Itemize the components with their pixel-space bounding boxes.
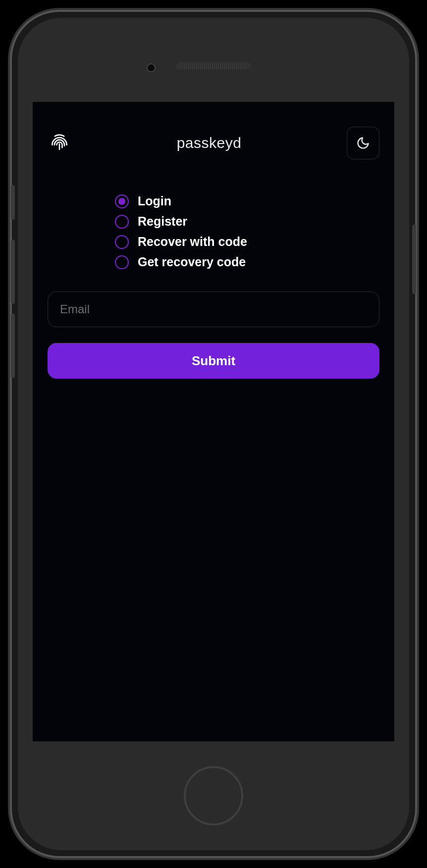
radio-indicator — [115, 194, 129, 208]
radio-option-login[interactable]: Login — [115, 194, 379, 208]
radio-label: Recover with code — [138, 235, 247, 249]
app-title: passkeyd — [177, 135, 242, 151]
radio-option-get-code[interactable]: Get recovery code — [115, 255, 379, 269]
radio-label: Register — [138, 214, 187, 229]
email-input[interactable] — [48, 291, 379, 327]
auth-form: Submit — [48, 291, 379, 379]
phone-device-frame: passkeyd Login Register — [10, 10, 417, 858]
submit-button[interactable]: Submit — [48, 343, 379, 379]
radio-option-recover[interactable]: Recover with code — [115, 235, 379, 249]
radio-indicator — [115, 235, 129, 249]
auth-mode-radio-group: Login Register Recover with code Get rec… — [115, 194, 379, 269]
fingerprint-icon — [48, 131, 71, 155]
phone-camera — [147, 63, 156, 72]
theme-toggle-button[interactable] — [347, 127, 379, 159]
radio-indicator — [115, 215, 129, 229]
phone-inner-frame: passkeyd Login Register — [18, 18, 409, 850]
app-header: passkeyd — [48, 127, 379, 159]
phone-speaker — [176, 62, 251, 69]
phone-power-button — [412, 225, 416, 294]
radio-label: Login — [138, 194, 171, 208]
phone-mute-switch — [11, 185, 15, 220]
radio-option-register[interactable]: Register — [115, 214, 379, 229]
radio-indicator — [115, 255, 129, 269]
moon-icon — [356, 136, 370, 150]
radio-label: Get recovery code — [138, 255, 246, 269]
phone-volume-down — [11, 314, 15, 378]
app-screen: passkeyd Login Register — [33, 102, 394, 741]
phone-top-bezel — [18, 18, 409, 102]
phone-bottom-bezel — [18, 741, 409, 850]
phone-volume-up — [11, 240, 15, 304]
phone-home-button — [184, 766, 243, 825]
